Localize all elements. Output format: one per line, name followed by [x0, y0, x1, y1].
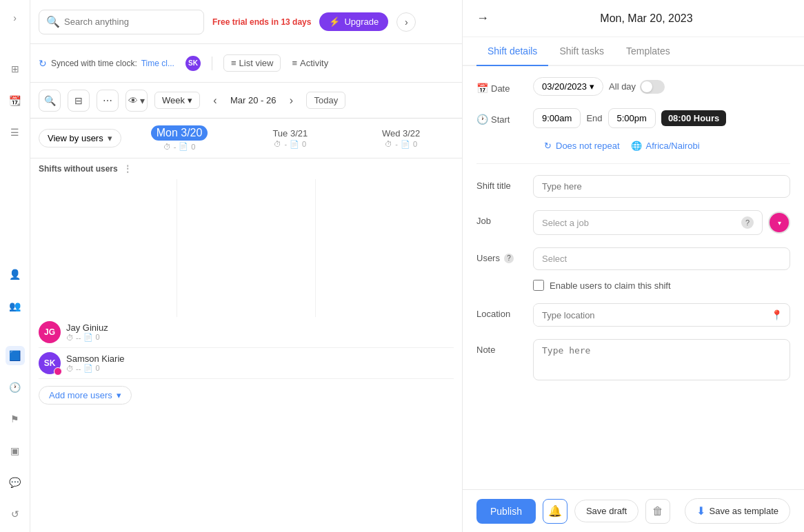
tab-templates[interactable]: Templates: [615, 37, 681, 66]
search-box[interactable]: 🔍: [39, 10, 204, 34]
doc-icon: 📄: [179, 142, 188, 151]
user-row-samson: SK Samson Kiarie ⏱ -- 📄 0: [39, 348, 454, 379]
date-picker[interactable]: 03/20/2023 ▾: [533, 77, 603, 96]
timezone-button[interactable]: 🌐 Africa/Nairobi: [631, 141, 700, 151]
tab-shift-tasks[interactable]: Shift tasks: [548, 37, 615, 66]
sidebar-user-icon[interactable]: 👤: [6, 265, 25, 284]
sidebar-users-icon[interactable]: 👥: [6, 296, 25, 316]
avatar-jg: JG: [39, 321, 61, 343]
shifts-section: Shifts without users ⋮ JG Jay Giniuz ⏱ -…: [30, 158, 462, 410]
shift-title-label: Shift title: [476, 175, 525, 191]
clock-icon: ⏱: [163, 143, 171, 151]
more-button[interactable]: ⋯: [97, 90, 119, 112]
sidebar-active-icon[interactable]: 🟦: [6, 346, 25, 365]
sync-badge: ↻ Synced with time clock: Time cl...: [39, 58, 174, 69]
time-controls: 9:00am End 5:00pm 08:00 Hours: [533, 108, 790, 128]
bell-icon: 🔔: [548, 504, 562, 518]
view-button[interactable]: 👁 ▾: [125, 90, 148, 112]
controls-bar: 🔍 ⊟ ⋯ 👁 ▾ Week ▾ ‹ Mar 20 - 26 › Today: [30, 83, 462, 119]
back-arrow-button[interactable]: →: [476, 11, 489, 25]
user-meta-samson: ⏱ -- 📄 0: [66, 364, 125, 373]
mon-col: [39, 179, 177, 317]
job-color-button[interactable]: ▾: [768, 212, 790, 234]
date-controls: 03/20/2023 ▾ All day: [533, 77, 790, 96]
sidebar-chevron-icon[interactable]: ›: [6, 8, 25, 28]
shift-title-row: Shift title: [476, 175, 790, 198]
users-help-icon[interactable]: ?: [504, 254, 514, 263]
sync-icon: ↻: [39, 58, 47, 69]
separator: [212, 57, 212, 70]
upgrade-button[interactable]: ⚡ Upgrade: [319, 12, 388, 31]
view-users-button[interactable]: View by users ▾: [39, 129, 121, 147]
location-input[interactable]: [534, 305, 764, 326]
job-controls: Select a job ? ▾: [533, 210, 790, 235]
end-time-picker[interactable]: 5:00pm: [608, 108, 656, 128]
location-label: Location: [476, 303, 525, 319]
publish-button[interactable]: Publish: [476, 499, 536, 524]
sync-link[interactable]: Time cl...: [141, 59, 174, 68]
day-header-tue: Tue 3/21 ⏱ - 📄 0: [237, 128, 343, 149]
forward-arrow-button[interactable]: ›: [396, 12, 416, 32]
end-label: End: [586, 113, 602, 123]
date-label: 📅 Date: [476, 77, 525, 94]
sidebar-flag-icon[interactable]: ⚑: [6, 409, 25, 429]
search-button[interactable]: 🔍: [39, 90, 61, 112]
sidebar-calendar-icon[interactable]: 📆: [6, 91, 25, 110]
week-dropdown[interactable]: Week ▾: [154, 92, 200, 109]
today-button[interactable]: Today: [306, 92, 345, 109]
day-header-wed: Wed 3/22 ⏱ - 📄 0: [348, 128, 454, 149]
delete-button[interactable]: 🗑: [645, 499, 670, 524]
chevron-down-icon: ▾: [590, 81, 594, 92]
sidebar-refresh-icon[interactable]: ↺: [6, 504, 25, 524]
chevron-down-icon: ▾: [108, 133, 112, 143]
sidebar: › ⊞ 📆 ☰ 👤 👥 🟦 🕐 ⚑ ▣ 💬 ↺: [0, 0, 30, 532]
add-more-users-button[interactable]: Add more users ▾: [39, 386, 132, 405]
upgrade-icon: ⚡: [329, 17, 340, 27]
claim-shift-label: Enable users to claim this shift: [550, 280, 671, 291]
list-view-icon: ≡: [231, 58, 237, 68]
claim-shift-row: Enable users to claim this shift: [533, 280, 671, 291]
filter-button[interactable]: ⊟: [68, 90, 90, 112]
all-day-switch[interactable]: [640, 80, 665, 94]
claim-shift-checkbox[interactable]: [533, 280, 544, 291]
clock-icon: ⏱: [385, 140, 392, 148]
sidebar-clock-icon[interactable]: 🕐: [6, 378, 25, 397]
users-row: Users ? Select Enable users to claim thi…: [476, 247, 790, 291]
sidebar-chat-icon[interactable]: 💬: [6, 473, 25, 492]
search-input[interactable]: [64, 17, 197, 27]
notification-button[interactable]: 🔔: [543, 499, 567, 524]
user-row-jay: JG Jay Giniuz ⏱ -- 📄 0: [39, 317, 454, 348]
note-textarea[interactable]: [533, 339, 790, 380]
prev-week-button[interactable]: ‹: [207, 92, 223, 109]
activity-button[interactable]: ≡ Activity: [292, 58, 328, 68]
panel-footer: Publish 🔔 Save draft 🗑 ⬇ Save as templat…: [463, 489, 804, 532]
save-draft-button[interactable]: Save draft: [574, 500, 639, 522]
list-view-button[interactable]: ≡ List view: [223, 54, 281, 72]
job-help-icon[interactable]: ?: [741, 216, 754, 229]
user-name-samson: Samson Kiarie: [66, 354, 125, 364]
panel-tabs: Shift details Shift tasks Templates: [463, 37, 804, 66]
note-row: Note: [476, 339, 790, 380]
tab-shift-details[interactable]: Shift details: [476, 37, 548, 66]
sidebar-menu-icon[interactable]: ☰: [6, 123, 25, 142]
shift-title-input[interactable]: [533, 175, 790, 198]
sidebar-grid-icon[interactable]: ⊞: [6, 59, 25, 79]
users-controls: Select Enable users to claim this shift: [533, 247, 790, 291]
shift-title-controls: [533, 175, 790, 198]
sidebar-box-icon[interactable]: ▣: [6, 441, 25, 460]
tue-col: [177, 179, 316, 317]
next-week-button[interactable]: ›: [283, 92, 299, 109]
users-select-dropdown[interactable]: Select: [533, 247, 790, 270]
chevron-down-icon: ▾: [188, 95, 192, 105]
avatar-sk: SK: [185, 56, 201, 71]
globe-icon: 🌐: [631, 141, 642, 151]
start-time-picker[interactable]: 9:00am: [533, 108, 581, 128]
more-icon[interactable]: ⋮: [123, 164, 132, 174]
job-select-dropdown[interactable]: Select a job ?: [533, 210, 763, 235]
save-template-button[interactable]: ⬇ Save as template: [685, 498, 790, 524]
activity-icon: ≡: [292, 58, 297, 68]
today-badge: Mon 3/20: [151, 125, 208, 141]
secondbar: ↻ Synced with time clock: Time cl... SK …: [30, 44, 462, 83]
job-row: Job Select a job ? ▾: [476, 210, 790, 235]
repeat-button[interactable]: ↻ Does not repeat: [544, 141, 620, 151]
